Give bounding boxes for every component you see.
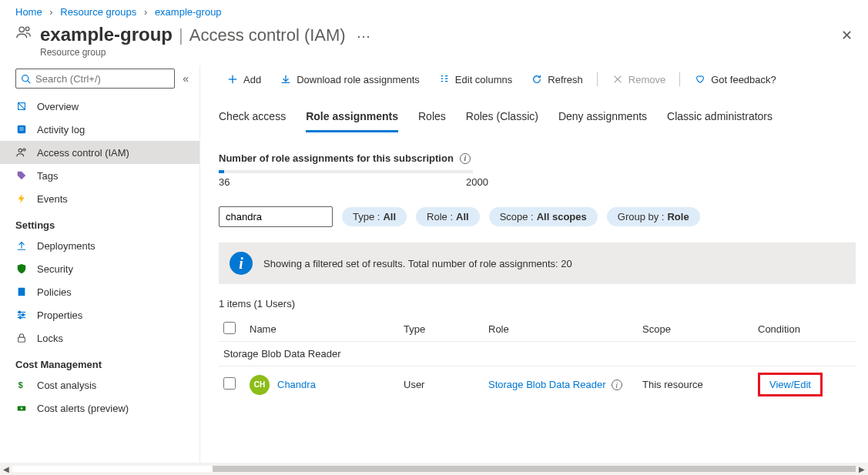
properties-icon: [15, 309, 28, 321]
filter-groupby-pill[interactable]: Group by : Role: [607, 207, 700, 226]
assignments-table: Name Type Role Scope Condition Storage B…: [219, 317, 856, 403]
resource-type-label: Resource group: [40, 47, 371, 58]
plus-icon: [226, 73, 239, 85]
download-button[interactable]: Download role assignments: [272, 70, 427, 89]
tab-deny-assignments[interactable]: Deny assignments: [558, 110, 647, 132]
separator: [679, 72, 680, 86]
tab-role-assignments[interactable]: Role assignments: [306, 110, 398, 132]
assignments-count-label: Number of role assignments for this subs…: [219, 152, 471, 164]
sidebar-heading-cost: Cost Management: [0, 350, 199, 373]
svg-point-9: [18, 149, 22, 152]
role-link[interactable]: Storage Blob Data Reader: [488, 379, 605, 390]
remove-button: Remove: [604, 70, 673, 89]
svg-point-10: [23, 149, 25, 151]
view-edit-link[interactable]: View/Edit: [769, 379, 811, 390]
sidebar-item-security[interactable]: Security: [0, 257, 199, 280]
tab-check-access[interactable]: Check access: [219, 110, 286, 132]
row-checkbox[interactable]: [223, 377, 236, 390]
search-icon: [21, 74, 31, 84]
sidebar-heading-settings: Settings: [0, 210, 199, 234]
svg-point-21: [21, 407, 23, 410]
cell-scope: This resource: [642, 379, 758, 390]
table-header: Name Type Role Scope Condition: [219, 317, 856, 342]
cell-type: User: [404, 379, 488, 390]
edit-columns-button[interactable]: Edit columns: [431, 70, 520, 89]
progress-bar: [219, 170, 473, 173]
filter-text-input[interactable]: [219, 206, 333, 227]
breadcrumb-resource-groups[interactable]: Resource groups: [60, 6, 136, 18]
tab-roles[interactable]: Roles: [418, 110, 446, 132]
sidebar-item-policies[interactable]: Policies: [0, 280, 199, 303]
info-icon[interactable]: i: [612, 380, 622, 390]
svg-rect-6: [18, 125, 26, 134]
refresh-button[interactable]: Refresh: [523, 70, 591, 89]
scroll-left-arrow[interactable]: ◀: [0, 465, 12, 473]
page-subtitle: Access control (IAM): [189, 25, 346, 45]
col-type[interactable]: Type: [404, 323, 488, 335]
x-icon: [612, 73, 624, 85]
table-group-header: Storage Blob Data Reader: [219, 342, 856, 366]
sidebar-item-locks[interactable]: Locks: [0, 326, 199, 350]
tab-roles-classic[interactable]: Roles (Classic): [466, 110, 538, 132]
items-count-label: 1 items (1 Users): [219, 298, 856, 309]
col-role[interactable]: Role: [488, 323, 642, 335]
sidebar-item-access-control[interactable]: Access control (IAM): [0, 141, 199, 164]
svg-point-15: [18, 311, 21, 313]
breadcrumb-group[interactable]: example-group: [155, 6, 222, 18]
sidebar-item-properties[interactable]: Properties: [0, 303, 199, 326]
col-condition[interactable]: Condition: [758, 323, 843, 335]
separator: [597, 72, 598, 86]
tabs: Check access Role assignments Roles Role…: [219, 99, 868, 132]
sidebar-item-events[interactable]: Events: [0, 187, 199, 210]
filter-type-pill[interactable]: Type : All: [342, 207, 407, 226]
info-banner: i Showing a filtered set of results. Tot…: [219, 243, 856, 284]
download-icon: [280, 73, 292, 85]
select-all-checkbox[interactable]: [223, 322, 236, 334]
lock-icon: [15, 332, 28, 344]
chevron-right-icon: ›: [144, 6, 147, 18]
search-input[interactable]: [15, 69, 175, 89]
scroll-right-arrow[interactable]: ▶: [856, 465, 868, 473]
info-icon: i: [230, 252, 253, 275]
tab-classic-admins[interactable]: Classic administrators: [667, 110, 772, 132]
close-button[interactable]: ✕: [841, 27, 853, 44]
sidebar-item-cost-analysis[interactable]: $ Cost analysis: [0, 373, 199, 396]
money-icon: [15, 402, 28, 414]
svg-point-2: [22, 75, 28, 81]
more-icon[interactable]: ⋯: [357, 28, 371, 45]
info-icon[interactable]: i: [460, 153, 471, 164]
breadcrumb-home[interactable]: Home: [15, 6, 42, 18]
sidebar-item-activity-log[interactable]: Activity log: [0, 118, 199, 141]
people-icon: [15, 24, 32, 41]
sidebar-item-cost-alerts[interactable]: Cost alerts (preview): [0, 396, 199, 420]
svg-line-5: [18, 103, 25, 110]
sidebar-item-deployments[interactable]: Deployments: [0, 234, 199, 257]
horizontal-scrollbar[interactable]: ◀ ▶: [0, 463, 868, 475]
svg-point-0: [19, 27, 24, 32]
filter-row: Type : All Role : All Scope : All scopes…: [219, 206, 856, 227]
filter-scope-pill[interactable]: Scope : All scopes: [489, 207, 598, 226]
people-icon: [15, 146, 28, 159]
chevron-right-icon: ›: [49, 6, 52, 18]
feedback-button[interactable]: Got feedback?: [686, 70, 784, 89]
tag-icon: [15, 169, 28, 182]
toolbar: Add Download role assignments Edit colum…: [219, 70, 868, 99]
banner-text: Showing a filtered set of results. Total…: [263, 258, 572, 269]
lightning-icon: [15, 192, 28, 205]
svg-rect-18: [18, 337, 25, 342]
svg-rect-11: [18, 288, 25, 296]
col-scope[interactable]: Scope: [642, 323, 758, 335]
col-name[interactable]: Name: [250, 323, 404, 335]
svg-line-3: [28, 80, 30, 82]
collapse-sidebar-button[interactable]: «: [183, 72, 189, 85]
add-button[interactable]: Add: [219, 70, 269, 89]
filter-role-pill[interactable]: Role : All: [416, 207, 480, 226]
sidebar-item-tags[interactable]: Tags: [0, 164, 199, 187]
sidebar-item-overview[interactable]: Overview: [0, 95, 199, 118]
breadcrumb: Home › Resource groups › example-group: [0, 0, 868, 21]
heart-icon: [694, 73, 706, 85]
avatar: CH: [250, 375, 270, 395]
refresh-icon: [531, 73, 543, 85]
page-title: example-group: [40, 24, 173, 45]
user-name-link[interactable]: Chandra: [277, 379, 316, 390]
